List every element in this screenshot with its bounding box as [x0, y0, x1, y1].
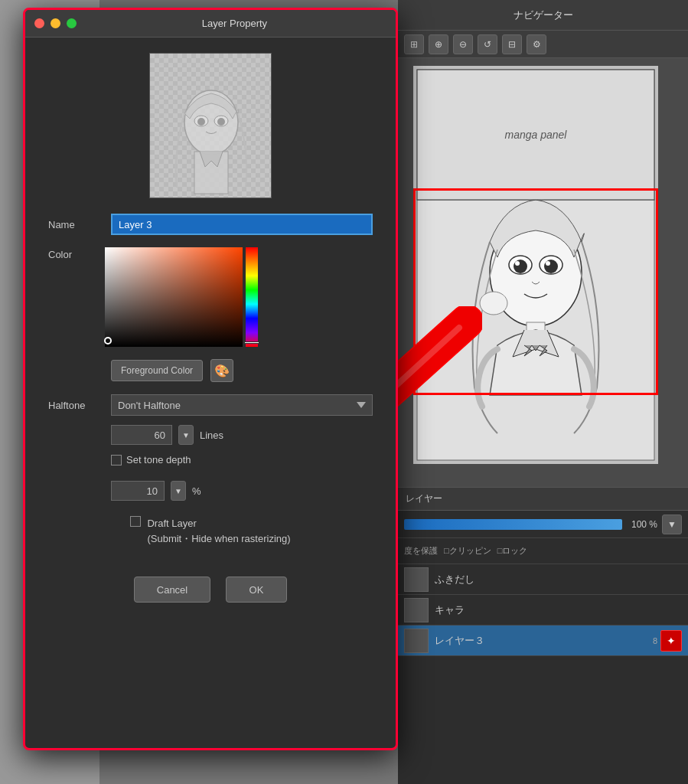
cancel-button[interactable]: Cancel — [134, 577, 210, 603]
dialog-title: Layer Property — [83, 18, 386, 29]
set-tone-depth-text: Set tone depth — [126, 454, 191, 466]
layer-item-3[interactable]: レイヤー３ 8 ✦ — [398, 626, 688, 656]
layer-3-badge: ✦ — [660, 630, 682, 652]
svg-point-8 — [515, 261, 520, 266]
svg-point-11 — [480, 292, 507, 315]
layer-option-clipping: □クリッピン — [444, 545, 491, 557]
tone-depth-row: Set tone depth — [111, 454, 373, 466]
ok-button[interactable]: OK — [226, 577, 287, 603]
layer-property-dialog[interactable]: Layer Property — [23, 8, 398, 750]
lines-row: ▼ Lines — [111, 425, 373, 445]
layer-option-protect: 度を保護 — [404, 545, 438, 557]
halftone-dropdown[interactable]: Don't Halftone — [111, 394, 373, 416]
layer-item-2[interactable]: キャラ — [398, 595, 688, 626]
percent-input[interactable] — [111, 481, 165, 501]
nav-zoom-in-btn[interactable]: ⊕ — [429, 34, 448, 54]
manga-image: manga panel — [413, 66, 658, 464]
percent-label: % — [192, 485, 201, 497]
nav-settings-btn[interactable]: ⚙ — [527, 34, 546, 54]
close-button[interactable] — [34, 18, 44, 28]
layer-opacity-row: 100 % ▼ — [398, 511, 688, 538]
layer-options-row: 度を保護 □クリッピン □ロック — [398, 538, 688, 564]
dialog-content: Name Color Foreground Color 🎨 — [25, 38, 396, 618]
layer-option-lock: □ロック — [497, 545, 528, 557]
color-gradient-picker[interactable] — [105, 247, 243, 347]
layer-panel: レイヤー 100 % ▼ 度を保護 □クリッピン □ロック ふきだし キャラ レ… — [398, 487, 688, 784]
layer-panel-header: レイヤー — [398, 488, 688, 511]
halftone-label: Halftone — [48, 400, 102, 411]
set-tone-depth-checkbox[interactable] — [111, 455, 122, 466]
name-input[interactable] — [111, 214, 373, 235]
foreground-color-row: Foreground Color 🎨 — [111, 359, 373, 382]
foreground-color-button[interactable]: Foreground Color — [111, 360, 203, 381]
halftone-row: Halftone Don't Halftone — [48, 394, 373, 416]
canvas-inner: manga panel — [413, 66, 658, 464]
name-field-row: Name — [48, 214, 373, 235]
draft-layer-checkbox[interactable] — [130, 516, 141, 527]
svg-point-7 — [544, 260, 558, 273]
lines-label: Lines — [200, 430, 223, 441]
draft-layer-row: Draft Layer (Submit・Hide when rasterizin… — [48, 516, 373, 546]
color-picker-container — [105, 247, 258, 347]
minimize-button[interactable] — [51, 18, 60, 28]
name-label: Name — [48, 219, 102, 230]
layer-item-1[interactable]: ふきだし — [398, 564, 688, 595]
layer-1-thumbnail — [404, 567, 429, 592]
color-gradient-dark-overlay — [105, 247, 243, 347]
opacity-value: 100 % — [627, 519, 657, 530]
layer-1-name: ふきだし — [435, 573, 682, 586]
color-label: Color — [48, 249, 102, 260]
nav-zoom-fit-btn[interactable]: ⊞ — [404, 34, 424, 54]
layer-2-name: キャラ — [435, 603, 682, 617]
layer-3-number: 8 — [653, 636, 657, 645]
draft-layer-text: Draft Layer (Submit・Hide when rasterizin… — [147, 516, 290, 546]
draft-layer-sub-text: (Submit・Hide when rasterizing) — [147, 531, 290, 547]
color-section: Color — [48, 247, 373, 347]
nav-zoom-out-btn[interactable]: ⊖ — [453, 34, 473, 54]
opacity-bar[interactable] — [404, 519, 622, 530]
manga-sketch: manga panel — [413, 66, 658, 464]
layer-panel-title: レイヤー — [406, 492, 442, 505]
navigator-header: ナビゲーター — [398, 0, 688, 31]
svg-point-9 — [546, 261, 550, 266]
lines-dropdown-btn[interactable]: ▼ — [178, 425, 194, 445]
opacity-dropdown-btn[interactable]: ▼ — [662, 514, 682, 534]
star-icon: ✦ — [667, 635, 676, 647]
navigator-title: ナビゲーター — [514, 8, 573, 22]
dialog-buttons: Cancel OK — [48, 569, 373, 603]
navigator-toolbar: ⊞ ⊕ ⊖ ↺ ⊟ ⚙ — [398, 31, 688, 58]
percent-row: ▼ % — [111, 481, 373, 501]
nav-rotate-btn[interactable]: ↺ — [478, 34, 497, 54]
thumbnail-sketch-overlay — [150, 54, 271, 198]
draft-layer-main-text: Draft Layer — [147, 516, 290, 531]
color-picker-cursor — [104, 337, 112, 345]
layer-3-name: レイヤー３ — [435, 634, 653, 648]
nav-flip-btn[interactable]: ⊟ — [502, 34, 522, 54]
color-wheel-button[interactable]: 🎨 — [210, 359, 233, 382]
set-tone-depth-label: Set tone depth — [111, 454, 191, 466]
dialog-title-bar: Layer Property — [25, 10, 396, 38]
spectrum-cursor — [244, 341, 259, 344]
maximize-button[interactable] — [67, 18, 77, 28]
layer-2-thumbnail — [404, 598, 429, 622]
lines-input[interactable] — [111, 425, 172, 445]
canvas-area: manga panel — [398, 58, 688, 487]
svg-point-6 — [514, 260, 527, 273]
svg-text:manga panel: manga panel — [505, 129, 568, 141]
color-spectrum-bar[interactable] — [246, 247, 258, 347]
layer-preview-thumbnail — [149, 53, 272, 198]
percent-dropdown-btn[interactable]: ▼ — [171, 481, 186, 501]
layer-3-thumbnail — [404, 629, 429, 653]
